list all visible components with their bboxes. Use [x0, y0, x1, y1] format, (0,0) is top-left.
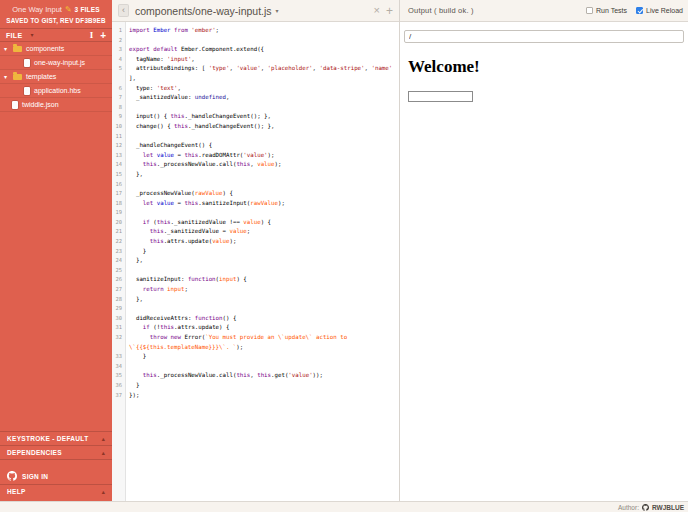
code-line: 9 input() { this._handleChangeEvent(); }… [112, 112, 399, 122]
ember-twiddle-window: One Way Input ✎ 3 FILES SAVED TO GIST, R… [0, 0, 688, 512]
output-title: Output ( build ok. ) [408, 6, 474, 15]
line-number: 14 [112, 160, 125, 170]
line-number: 15 [112, 170, 125, 180]
line-number: 8 [112, 103, 125, 113]
line-number: 21 [112, 227, 125, 237]
sign-in-label: SIGN IN [22, 473, 48, 480]
menu-label: DEPENDENCIES [7, 449, 62, 456]
code-line-content [125, 304, 399, 314]
tree-item-label: components [26, 45, 64, 52]
live-reload-toggle[interactable]: Live Reload [636, 7, 683, 14]
tree-item-label: one-way-input.js [34, 59, 85, 66]
tab-bar: ‹ components/one-way-input.js ▾ × + [112, 0, 399, 22]
new-tab-button[interactable]: + [386, 5, 393, 17]
line-number: 9 [112, 112, 125, 122]
tree-item-application-hbs[interactable]: application.hbs [0, 84, 112, 98]
run-tests-checkbox[interactable] [586, 7, 593, 14]
tree-item-label: twiddle.json [22, 101, 59, 108]
code-line-content: this.attrs.update(value); [125, 237, 399, 247]
code-line: 33 } [112, 352, 399, 362]
code-line: 10 change() { this._handleChangeEvent();… [112, 122, 399, 132]
code-line: 8 [112, 103, 399, 113]
code-line: 35 this._processNewValue.call(this, this… [112, 371, 399, 381]
preview-text-input[interactable] [408, 91, 473, 102]
code-line: 7 _sanitizedValue: undefined, [112, 93, 399, 103]
code-line: 14 this._processNewValue.call(this, valu… [112, 160, 399, 170]
line-number: 6 [112, 84, 125, 94]
code-line: 6 type: 'text', [112, 84, 399, 94]
code-line-content: type: 'text', [125, 84, 399, 94]
caret-up-icon: ▴ [102, 489, 105, 495]
code-line: 5 attributeBindings: [ 'type', 'value', … [112, 64, 399, 83]
saved-status: SAVED TO GIST, REV DF3B9EB [3, 17, 109, 24]
line-number: 28 [112, 295, 125, 305]
edit-pencil-icon[interactable]: ✎ [65, 6, 72, 14]
collapse-sidebar-button[interactable]: ‹ [118, 4, 129, 17]
code-line: 3export default Ember.Component.extend({ [112, 45, 399, 55]
open-file-tab[interactable]: components/one-way-input.js ▾ [135, 5, 279, 17]
tree-item-twiddle-json[interactable]: twiddle.json [0, 98, 112, 112]
code-line: 29 [112, 304, 399, 314]
line-number: 25 [112, 266, 125, 276]
code-line-content [125, 362, 399, 372]
code-line-content [125, 36, 399, 46]
sign-in-button[interactable]: SIGN IN [0, 468, 112, 484]
add-file-icon[interactable]: + [100, 30, 106, 41]
code-line: 28 }, [112, 295, 399, 305]
code-line-content: this._processNewValue.call(this, this.ge… [125, 371, 399, 381]
preview-pane: Welcome! [400, 45, 688, 501]
line-number: 27 [112, 285, 125, 295]
code-line-content: } [125, 352, 399, 362]
code-line: 19 [112, 208, 399, 218]
line-number: 4 [112, 55, 125, 65]
line-number: 36 [112, 381, 125, 391]
caret-down-icon[interactable]: ▾ [2, 74, 9, 80]
line-number: 24 [112, 256, 125, 266]
author-label: Author: [618, 504, 639, 511]
code-line-content [125, 266, 399, 276]
code-line-content: } [125, 381, 399, 391]
line-number: 3 [112, 45, 125, 55]
sidebar-bottom-menus: KEYSTROKE - DEFAULT▴DEPENDENCIES▴ [0, 431, 112, 459]
line-number: 37 [112, 391, 125, 401]
line-number: 20 [112, 218, 125, 228]
code-line-content: throw new Error(`You must provide an \`u… [125, 333, 399, 352]
url-input[interactable] [404, 30, 684, 43]
file-menu[interactable]: FILE ▾ I + [0, 28, 112, 42]
code-line-content: return input; [125, 285, 399, 295]
code-line-content: } [125, 247, 399, 257]
code-line: 1import Ember from 'ember'; [112, 26, 399, 36]
code-line: 26 sanitizeInput: function(input) { [112, 275, 399, 285]
run-tests-toggle[interactable]: Run Tests [586, 7, 627, 14]
tree-item-templates[interactable]: ▾templates [0, 70, 112, 84]
line-number: 13 [112, 151, 125, 161]
caret-down-icon: ▾ [276, 8, 279, 14]
line-number: 26 [112, 275, 125, 285]
text-tool-icon[interactable]: I [90, 30, 94, 40]
close-tab-button[interactable]: × [374, 5, 380, 16]
code-editor[interactable]: 1import Ember from 'ember';23export defa… [112, 22, 399, 501]
code-line-content: }); [125, 391, 399, 401]
tree-item-components[interactable]: ▾components [0, 42, 112, 56]
author-name[interactable]: RWJBLUE [652, 504, 684, 511]
file-menu-label: FILE [6, 32, 22, 39]
line-number: 34 [112, 362, 125, 372]
code-line: 4 tagName: 'input', [112, 55, 399, 65]
code-line-content: }, [125, 295, 399, 305]
sidebar-menu-help[interactable]: HELP ▴ [0, 484, 112, 498]
file-icon [12, 101, 18, 109]
sidebar-menu-dependencies[interactable]: DEPENDENCIES▴ [0, 445, 112, 459]
file-icon [24, 87, 30, 95]
code-line: 13 let value = this.readDOMAttr('value')… [112, 151, 399, 161]
editor-pane: ‹ components/one-way-input.js ▾ × + 1imp… [112, 0, 400, 501]
code-line-content: this._processNewValue.call(this, value); [125, 160, 399, 170]
code-line: 17 _processNewValue(rawValue) { [112, 189, 399, 199]
live-reload-checkbox[interactable] [636, 7, 643, 14]
code-line-content: didReceiveAttrs: function() { [125, 314, 399, 324]
sidebar-menu-keystroke-default[interactable]: KEYSTROKE - DEFAULT▴ [0, 431, 112, 445]
line-number: 33 [112, 352, 125, 362]
tree-item-one-way-input-js[interactable]: one-way-input.js [0, 56, 112, 70]
line-number: 31 [112, 323, 125, 333]
folder-icon [13, 46, 22, 52]
caret-down-icon[interactable]: ▾ [2, 46, 9, 52]
